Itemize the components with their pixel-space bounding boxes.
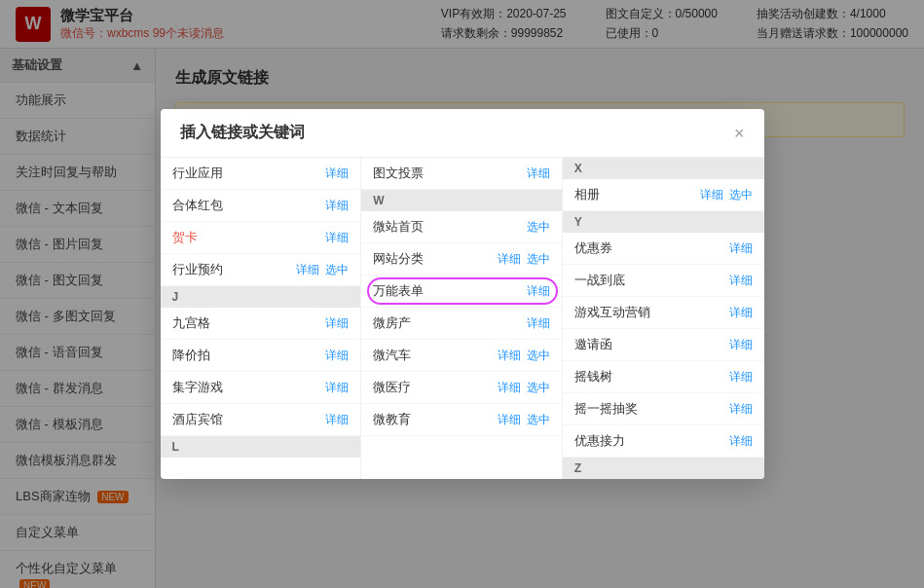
list-item: 微医疗 详细 选中 bbox=[361, 372, 562, 404]
select-link[interactable]: 选中 bbox=[527, 348, 550, 364]
list-item-wanneng: 万能表单 详细 bbox=[361, 276, 562, 308]
detail-link[interactable]: 详细 bbox=[325, 380, 349, 396]
detail-link[interactable]: 详细 bbox=[729, 305, 753, 321]
modal-body: 行业应用 详细 合体红包 详细 贺卡 详细 行业预约 详细 选中 bbox=[161, 158, 764, 479]
modal-col-1: 行业应用 详细 合体红包 详细 贺卡 详细 行业预约 详细 选中 bbox=[161, 158, 362, 479]
detail-link[interactable]: 详细 bbox=[498, 348, 521, 364]
list-item: 微站首页 选中 bbox=[361, 211, 562, 243]
modal: 插入链接或关键词 × 行业应用 详细 合体红包 详细 贺卡 bbox=[161, 109, 764, 479]
modal-header: 插入链接或关键词 × bbox=[161, 109, 764, 158]
detail-link[interactable]: 详细 bbox=[325, 198, 349, 214]
section-label-x: X bbox=[563, 158, 764, 179]
detail-link[interactable]: 详细 bbox=[498, 251, 521, 268]
detail-link[interactable]: 详细 bbox=[729, 273, 753, 289]
modal-overlay[interactable]: 插入链接或关键词 × 行业应用 详细 合体红包 详细 贺卡 bbox=[0, 0, 924, 588]
select-link[interactable]: 选中 bbox=[729, 187, 753, 203]
modal-title: 插入链接或关键词 bbox=[180, 123, 305, 143]
detail-link[interactable]: 详细 bbox=[527, 283, 550, 300]
list-item: 摇钱树 详细 bbox=[563, 361, 764, 393]
list-item: 邀请函 详细 bbox=[563, 329, 764, 361]
detail-link[interactable]: 详细 bbox=[527, 315, 550, 332]
list-item: 酒店宾馆 详细 bbox=[161, 404, 361, 436]
detail-link[interactable]: 详细 bbox=[729, 401, 753, 418]
list-item: 图文投票 详细 bbox=[361, 158, 562, 190]
modal-col-2: 图文投票 详细 W 微站首页 选中 网站分类 详细 选中 万能表单 bbox=[361, 158, 563, 479]
detail-link[interactable]: 详细 bbox=[296, 262, 319, 278]
section-label-w: W bbox=[361, 190, 562, 211]
select-link[interactable]: 选中 bbox=[325, 262, 349, 278]
list-item: 摇一摇抽奖 详细 bbox=[563, 393, 764, 425]
detail-link[interactable]: 详细 bbox=[325, 315, 349, 332]
select-link[interactable]: 选中 bbox=[527, 412, 550, 428]
detail-link[interactable]: 详细 bbox=[498, 412, 521, 428]
list-item: 一战到底 详细 bbox=[563, 265, 764, 297]
detail-link[interactable]: 详细 bbox=[325, 412, 349, 428]
detail-link[interactable]: 详细 bbox=[325, 348, 349, 364]
list-item: 优惠券 详细 bbox=[563, 233, 764, 265]
list-item: 九宫格 详细 bbox=[161, 308, 361, 340]
detail-link[interactable]: 详细 bbox=[729, 337, 753, 353]
detail-link[interactable]: 详细 bbox=[729, 240, 753, 257]
section-label-y: Y bbox=[563, 211, 764, 233]
modal-grid: 行业应用 详细 合体红包 详细 贺卡 详细 行业预约 详细 选中 bbox=[161, 158, 764, 479]
modal-col-3: X 相册 详细 选中 Y 优惠券 详细 一战到底 详细 bbox=[563, 158, 764, 479]
list-item: 行业应用 详细 bbox=[161, 158, 361, 190]
list-item: 网站分类 详细 选中 bbox=[361, 243, 562, 276]
select-link[interactable]: 选中 bbox=[527, 251, 550, 268]
list-item: 降价拍 详细 bbox=[161, 340, 361, 372]
section-label-l: L bbox=[161, 436, 361, 458]
section-label-z: Z bbox=[563, 458, 764, 479]
detail-link[interactable]: 详细 bbox=[325, 230, 349, 246]
list-item: 微汽车 详细 选中 bbox=[361, 340, 562, 372]
modal-close-button[interactable]: × bbox=[734, 125, 745, 142]
list-item: 微教育 详细 选中 bbox=[361, 404, 562, 436]
detail-link[interactable]: 详细 bbox=[498, 380, 521, 396]
list-item: 行业预约 详细 选中 bbox=[161, 254, 361, 286]
list-item: 微房产 详细 bbox=[361, 308, 562, 340]
list-item: 优惠接力 详细 bbox=[563, 425, 764, 458]
section-label-j: J bbox=[161, 286, 361, 308]
detail-link[interactable]: 详细 bbox=[325, 165, 349, 182]
detail-link[interactable]: 详细 bbox=[700, 187, 723, 203]
select-link[interactable]: 选中 bbox=[527, 380, 550, 396]
detail-link[interactable]: 详细 bbox=[729, 433, 753, 450]
list-item: 合体红包 详细 bbox=[161, 190, 361, 222]
list-item: 相册 详细 选中 bbox=[563, 179, 764, 211]
detail-link[interactable]: 详细 bbox=[729, 369, 753, 386]
select-link[interactable]: 选中 bbox=[527, 219, 550, 236]
list-item: 游戏互动营销 详细 bbox=[563, 297, 764, 329]
list-item: 集字游戏 详细 bbox=[161, 372, 361, 404]
list-item: 贺卡 详细 bbox=[161, 222, 361, 254]
detail-link[interactable]: 详细 bbox=[527, 165, 550, 182]
